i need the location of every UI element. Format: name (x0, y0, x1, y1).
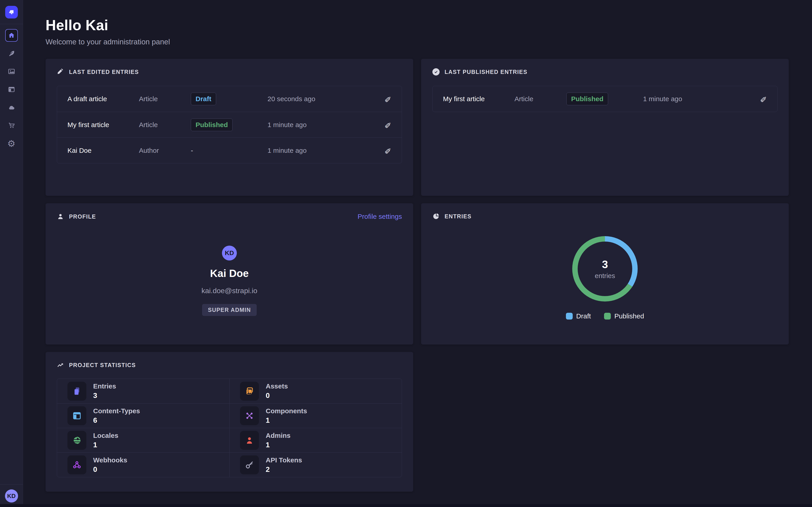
entry-time: 1 minute ago (267, 121, 378, 129)
stats-table: Entries 3 Assets 0 (57, 379, 402, 477)
card-title: LAST EDITED ENTRIES (69, 69, 139, 75)
stat-components: Components 1 (230, 403, 402, 428)
stat-label: Assets (266, 382, 288, 390)
stat-value: 1 (266, 441, 291, 449)
stat-label: API Tokens (266, 456, 302, 464)
entries-card: ENTRIES 3 entries Draft (421, 203, 789, 344)
stat-label: Entries (93, 382, 116, 390)
cloud-icon (8, 104, 15, 111)
cart-icon (8, 122, 15, 129)
strapi-logo-icon (8, 9, 15, 15)
card-title: ENTRIES (445, 213, 472, 220)
last-published-entries-card: LAST PUBLISHED ENTRIES My first article … (421, 59, 789, 196)
stat-label: Content-Types (93, 407, 140, 415)
profile-name: Kai Doe (210, 267, 249, 279)
entry-name: A draft article (67, 95, 139, 103)
person-icon (57, 213, 64, 220)
profile-email: kai.doe@strapi.io (201, 287, 257, 295)
stat-content-types: Content-Types 6 (57, 403, 230, 428)
profile-avatar: KD (222, 245, 237, 261)
layout-icon (8, 86, 15, 93)
globe-icon (67, 431, 86, 450)
last-edited-table: A draft article Article Draft 20 seconds… (57, 86, 402, 163)
stat-value: 0 (266, 391, 288, 400)
edit-entry-button[interactable]: ✎ (385, 120, 391, 129)
key-icon (240, 455, 259, 474)
sidebar-nav: ⚙ (5, 29, 18, 484)
status-badge: Published (191, 118, 233, 131)
table-row[interactable]: A draft article Article Draft 20 seconds… (57, 86, 402, 112)
entry-time: 1 minute ago (643, 95, 753, 103)
entry-name: Kai Doe (67, 147, 139, 154)
sidebar-item-home[interactable] (5, 29, 18, 42)
documents-icon (67, 382, 86, 401)
entries-donut-chart: 3 entries (572, 236, 638, 301)
profile-settings-link[interactable]: Profile settings (357, 213, 402, 220)
sidebar-item-settings[interactable]: ⚙ (5, 137, 18, 150)
pie-icon (433, 213, 440, 220)
table-row[interactable]: Kai Doe Author - 1 minute ago ✎ (57, 137, 402, 163)
layout-icon (67, 406, 86, 425)
table-row[interactable]: My first article Article Published 1 min… (57, 112, 402, 137)
stat-label: Admins (266, 432, 291, 439)
edit-entry-button[interactable]: ✎ (385, 146, 391, 155)
status-badge: Draft (191, 93, 216, 105)
stat-value: 1 (266, 416, 307, 425)
stat-label: Webhooks (93, 456, 127, 464)
horizontal-scrollbar-track[interactable] (0, 504, 812, 507)
entry-name: My first article (67, 121, 139, 129)
stat-value: 6 (93, 416, 140, 425)
strapi-logo[interactable] (5, 6, 18, 18)
entries-total-label: entries (595, 272, 615, 280)
user-avatar[interactable]: KD (5, 490, 18, 503)
stat-value: 1 (93, 441, 118, 449)
sidebar-item-content-manager[interactable] (5, 47, 18, 60)
sidebar-item-media-library[interactable] (5, 65, 18, 78)
stat-api-tokens: API Tokens 2 (230, 452, 402, 477)
stat-assets: Assets 0 (230, 379, 402, 403)
sidebar-item-marketplace[interactable] (5, 119, 18, 132)
nodes-icon (240, 406, 259, 425)
stat-value: 2 (266, 465, 302, 474)
gear-icon: ⚙ (7, 139, 15, 148)
trend-up-icon (57, 361, 64, 369)
sidebar-divider (0, 24, 23, 24)
stat-entries: Entries 3 (57, 379, 230, 403)
edit-entry-button[interactable]: ✎ (385, 94, 391, 104)
table-row[interactable]: My first article Article Published 1 min… (433, 86, 777, 112)
check-circle-icon (433, 68, 440, 75)
last-published-table: My first article Article Published 1 min… (433, 86, 777, 112)
entries-total: 3 (602, 258, 608, 271)
sidebar-item-deploy[interactable] (5, 101, 18, 114)
legend-label: Draft (576, 312, 591, 320)
home-icon (8, 32, 15, 39)
card-title: PROFILE (69, 213, 96, 220)
media-images-icon (8, 68, 15, 75)
status-empty: - (191, 147, 193, 154)
profile-card: PROFILE Profile settings KD Kai Doe kai.… (46, 203, 413, 344)
entry-type: Article (139, 121, 191, 129)
legend-label: Published (614, 312, 644, 320)
stat-value: 0 (93, 465, 127, 474)
project-statistics-card: PROJECT STATISTICS Entries 3 (46, 352, 413, 492)
stat-admins: Admins 1 (230, 428, 402, 452)
sidebar-item-content-type-builder[interactable] (5, 83, 18, 96)
user-icon (240, 431, 259, 450)
entry-time: 1 minute ago (267, 147, 378, 154)
last-edited-entries-card: LAST EDITED ENTRIES A draft article Arti… (46, 59, 413, 196)
card-title: PROJECT STATISTICS (69, 362, 136, 369)
sidebar-bottom: KD (0, 484, 23, 503)
entry-time: 20 seconds ago (267, 95, 378, 103)
sidebar: ⚙ KD (0, 0, 23, 507)
edit-entry-button[interactable]: ✎ (760, 94, 767, 104)
role-badge: SUPER ADMIN (202, 304, 257, 316)
entry-type: Article (514, 95, 566, 103)
pencil-icon (57, 68, 64, 75)
feather-icon (8, 50, 15, 57)
pictures-icon (240, 382, 259, 401)
entry-name: My first article (443, 95, 514, 103)
status-badge: Published (566, 93, 608, 105)
page-subtitle: Welcome to your administration panel (46, 38, 789, 46)
webhook-icon (67, 455, 86, 474)
entry-type: Author (139, 147, 191, 154)
